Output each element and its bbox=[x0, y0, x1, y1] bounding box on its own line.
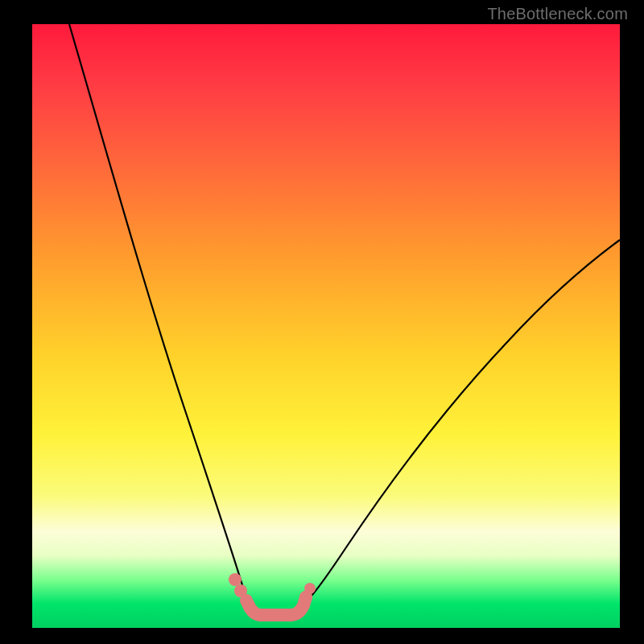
highlight-dot bbox=[304, 583, 316, 594]
right-curve bbox=[299, 240, 620, 608]
plot-area bbox=[32, 24, 620, 628]
chart-frame: TheBottleneck.com bbox=[0, 0, 644, 644]
highlight-dot bbox=[229, 573, 242, 586]
watermark-text: TheBottleneck.com bbox=[487, 5, 628, 23]
curves-svg bbox=[32, 24, 620, 628]
bottleneck-highlight bbox=[248, 597, 306, 615]
left-curve bbox=[69, 24, 252, 608]
